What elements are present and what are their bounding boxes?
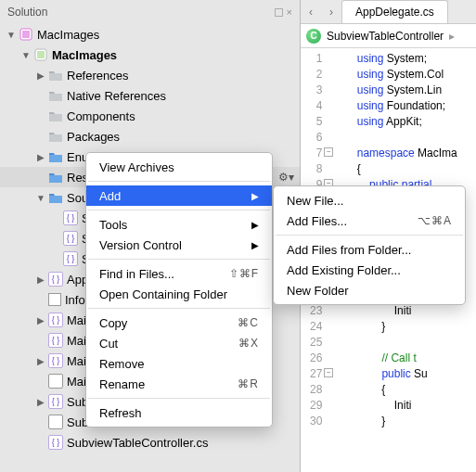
solution-icon [19, 27, 33, 42]
menu-label: Add Existing Folder... [287, 263, 401, 277]
menu-label: New Folder [287, 284, 348, 298]
menu-item-add[interactable]: Add▶ [86, 185, 272, 206]
menu-label: View Archives [99, 160, 174, 174]
submenu-arrow-icon: ▶ [251, 191, 259, 201]
submenu-item-new-file[interactable]: New File... [274, 190, 465, 210]
menu-item-cut[interactable]: Cut⌘X [86, 333, 272, 353]
tab-next-icon[interactable]: › [321, 6, 341, 19]
folder-icon [48, 88, 63, 103]
folder-label: Packages [67, 130, 120, 144]
menu-separator [88, 308, 270, 309]
csharp-file-icon [48, 313, 63, 327]
menu-item-vcs[interactable]: Version Control▶ [86, 235, 272, 255]
menu-separator [88, 210, 270, 210]
chevron-right-icon[interactable]: ▶ [35, 397, 46, 407]
submenu-arrow-icon: ▶ [251, 240, 259, 250]
chevron-down-icon[interactable]: ▼ [6, 30, 17, 40]
submenu-item-new-folder[interactable]: New Folder [274, 280, 465, 300]
tree-folder-packages[interactable]: ▶Packages [0, 126, 300, 147]
menu-label: New File... [287, 194, 343, 208]
tree-file[interactable]: ▶SubviewTableController.cs [0, 432, 300, 453]
folder-icon [48, 149, 63, 164]
shortcut-label: ⌥⌘A [418, 214, 452, 227]
submenu-item-add-files[interactable]: Add Files...⌥⌘A [274, 210, 465, 231]
panel-title: Solution [7, 6, 47, 19]
submenu-item-existing-folder[interactable]: Add Existing Folder... [274, 260, 465, 280]
submenu-item-from-folder[interactable]: Add Files from Folder... [274, 239, 465, 260]
dock-icon[interactable] [275, 8, 283, 17]
menu-separator [88, 181, 270, 182]
chevron-right-icon: ▸ [449, 30, 455, 43]
svg-rect-3 [37, 51, 45, 58]
menu-item-copy[interactable]: Copy⌘C [86, 313, 272, 333]
plist-file-icon [48, 293, 61, 306]
folder-icon [48, 170, 63, 185]
menu-label: Refresh [99, 406, 142, 420]
menu-label: Copy [99, 316, 127, 330]
xib-file-icon [48, 415, 63, 429]
shortcut-label: ⇧⌘F [229, 267, 259, 280]
chevron-right-icon[interactable]: ▶ [35, 315, 46, 325]
panel-header: Solution × [0, 0, 300, 24]
tree-folder-references[interactable]: ▶References [0, 65, 300, 85]
folder-label: Native References [67, 89, 166, 103]
project-node[interactable]: ▼ MacImages [0, 45, 300, 65]
context-submenu-add: New File... Add Files...⌥⌘A Add Files fr… [273, 185, 466, 305]
shortcut-label: ⌘C [238, 316, 259, 329]
chevron-right-icon[interactable]: ▶ [35, 152, 46, 162]
menu-label: Open Containing Folder [99, 287, 227, 301]
document-tab[interactable]: AppDelegate.cs [341, 0, 448, 23]
menu-label: Add Files... [287, 214, 347, 228]
folder-icon [48, 68, 63, 83]
chevron-down-icon[interactable]: ▼ [20, 50, 32, 60]
svg-rect-1 [22, 31, 30, 38]
menu-item-tools[interactable]: Tools▶ [86, 214, 272, 235]
csharp-file-icon [63, 251, 78, 266]
menu-item-rename[interactable]: Rename⌘R [86, 374, 272, 394]
folder-label: Components [67, 109, 135, 123]
breadcrumb[interactable]: C SubviewTableController ▸ [301, 24, 476, 48]
close-icon[interactable]: × [287, 6, 292, 18]
gear-icon[interactable]: ⚙▾ [278, 171, 294, 184]
document-tabs: ‹ › AppDelegate.cs [301, 0, 476, 24]
csharp-file-icon [48, 435, 63, 450]
xib-file-icon [48, 374, 63, 389]
tree-folder-components[interactable]: ▶Components [0, 106, 300, 126]
chevron-down-icon[interactable]: ▼ [35, 193, 46, 203]
csharp-file-icon [63, 210, 78, 225]
menu-label: Add Files from Folder... [287, 243, 411, 257]
tree-folder-native[interactable]: ▶Native References [0, 85, 300, 106]
tab-prev-icon[interactable]: ‹ [301, 6, 321, 19]
menu-label: Rename [99, 377, 145, 391]
menu-item-find[interactable]: Find in Files...⇧⌘F [86, 263, 272, 284]
folder-icon [48, 108, 63, 123]
folder-icon [48, 190, 63, 205]
folder-icon [48, 129, 63, 144]
shortcut-label: ⌘X [238, 337, 259, 350]
chevron-right-icon[interactable]: ▶ [35, 70, 46, 81]
chevron-right-icon[interactable]: ▶ [35, 356, 46, 366]
csharp-file-icon [48, 333, 63, 348]
shortcut-label: ⌘R [238, 377, 259, 390]
tab-label: AppDelegate.cs [355, 6, 434, 19]
menu-label: Remove [99, 357, 144, 371]
csharp-file-icon [48, 272, 63, 287]
class-icon: C [306, 29, 321, 44]
menu-label: Tools [99, 218, 127, 232]
chevron-right-icon[interactable]: ▶ [35, 274, 46, 285]
csharp-file-icon [48, 394, 63, 409]
menu-item-archives[interactable]: View Archives [86, 157, 272, 177]
menu-label: Find in Files... [99, 267, 174, 281]
menu-item-open-folder[interactable]: Open Containing Folder [86, 284, 272, 304]
menu-item-refresh[interactable]: Refresh [86, 402, 272, 423]
project-icon [33, 47, 48, 62]
menu-label: Add [99, 189, 121, 203]
breadcrumb-label: SubviewTableController [327, 30, 444, 43]
solution-node[interactable]: ▼ MacImages [0, 24, 300, 45]
menu-label: Cut [99, 337, 118, 351]
solution-label: MacImages [37, 28, 99, 42]
menu-item-remove[interactable]: Remove [86, 353, 272, 374]
file-label: SubviewTableController.cs [67, 436, 208, 450]
panel-window-controls: × [275, 6, 292, 18]
project-label: MacImages [52, 48, 117, 62]
